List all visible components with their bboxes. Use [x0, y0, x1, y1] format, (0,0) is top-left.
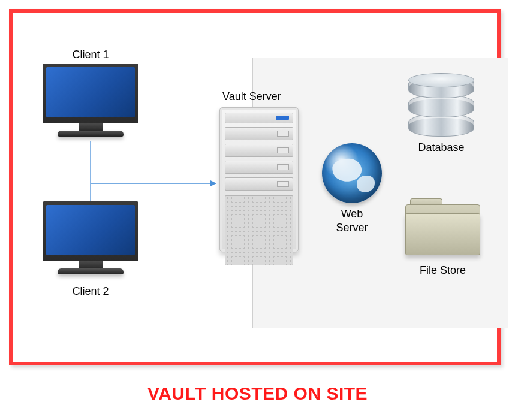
diagram-caption: VAULT HOSTED ON SITE: [0, 383, 515, 404]
svg-marker-0: [210, 180, 216, 186]
red-frame: Client 1 Client 2 Vault Server Web Serve: [9, 9, 501, 365]
diagram-canvas: Client 1 Client 2 Vault Server Web Serve: [0, 0, 515, 420]
connection-lines: [13, 13, 504, 369]
